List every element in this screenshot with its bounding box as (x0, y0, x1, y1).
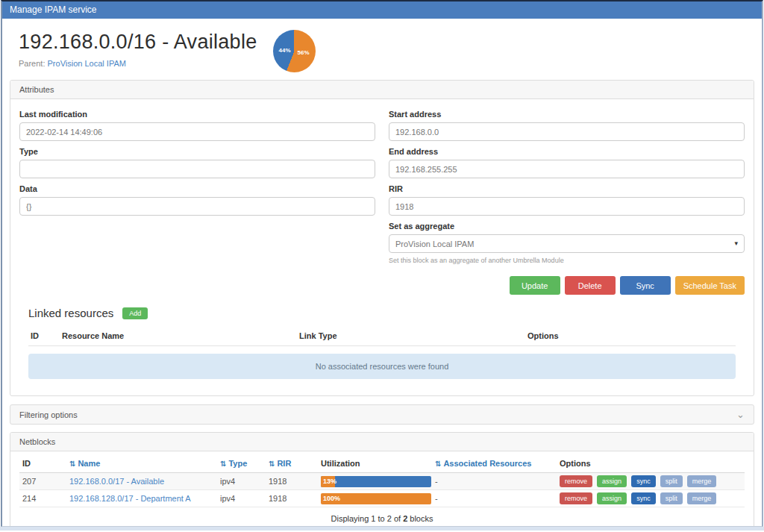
netblocks-table: ID ⇅Name ⇅Type ⇅RIR Utilization ⇅Associa… (19, 456, 745, 507)
utilization-pie-chart: 44% 56% (273, 30, 316, 72)
parent-label: Parent: (19, 59, 45, 68)
form-column-right: Start address End address RIR Set as agg… (389, 104, 745, 295)
add-resource-button[interactable]: Add (122, 307, 148, 319)
type-label: Type (19, 147, 375, 156)
title-block: 192.168.0.0/16 - Available Parent: ProVi… (19, 23, 257, 68)
attributes-actions: Update Delete Sync Schedule Task (389, 276, 745, 295)
netblock-row: 214 192.168.128.0/17 - Department A ipv4… (19, 490, 745, 507)
pie-slice-label-used: 56% (298, 49, 310, 56)
linked-resources-title-row: Linked resources Add (28, 307, 736, 319)
netblocks-header-associated[interactable]: ⇅Associated Resources (432, 456, 557, 473)
linked-header-id: ID (31, 331, 62, 340)
utilization-label: 13% (323, 478, 336, 485)
page-header: 192.168.0.0/16 - Available Parent: ProVi… (10, 19, 754, 80)
netblock-id: 207 (19, 473, 66, 490)
attributes-form: Last modification Type Data Start addres… (19, 104, 745, 295)
netblock-associated: - (432, 490, 557, 507)
parent-line: Parent: ProVision Local IPAM (19, 59, 257, 68)
set-as-aggregate-label: Set as aggregate (389, 222, 745, 231)
netblocks-panel-heading: Netblocks (10, 433, 754, 451)
filtering-options-title: Filtering options (19, 410, 78, 419)
netblock-options: remove assign sync split merge (557, 473, 745, 490)
page-title: 192.168.0.0/16 - Available (19, 31, 257, 54)
update-button[interactable]: Update (510, 276, 560, 295)
merge-button[interactable]: merge (687, 475, 717, 487)
netblocks-header-row: ID ⇅Name ⇅Type ⇅RIR Utilization ⇅Associa… (19, 456, 745, 473)
last-modification-label: Last modification (19, 110, 375, 119)
set-as-aggregate-value: ProVision Local IPAM (395, 240, 474, 248)
netblocks-header-options: Options (557, 456, 745, 473)
assign-button[interactable]: assign (597, 492, 627, 504)
sync-button[interactable]: Sync (620, 276, 671, 295)
app-window: Manage IPAM service 192.168.0.0/16 - Ava… (1, 0, 763, 527)
window-title: Manage IPAM service (10, 4, 97, 15)
linked-resources-section: Linked resources Add ID Resource Name Li… (19, 295, 745, 388)
netblocks-panel: Netblocks ID ⇅Name ⇅Type ⇅RIR Utilizatio… (10, 432, 754, 527)
netblock-options: remove assign sync split merge (557, 490, 745, 507)
netblock-type: ipv4 (217, 473, 266, 490)
netblocks-header-id: ID (19, 456, 66, 473)
rir-field[interactable] (389, 197, 745, 216)
sync-row-button[interactable]: sync (631, 492, 656, 504)
pagination-status: Displaying 1 to 2 of 2 blocks (19, 507, 745, 525)
filtering-options-panel[interactable]: Filtering options ⌄ (10, 404, 754, 425)
attributes-panel-body: Last modification Type Data Start addres… (10, 99, 754, 395)
linked-resources-table-header: ID Resource Name Link Type Options (28, 331, 736, 346)
utilization-label: 100% (323, 495, 340, 502)
split-button[interactable]: split (660, 492, 683, 504)
rir-label: RIR (389, 184, 745, 193)
netblock-link[interactable]: 192.168.128.0/17 - Department A (69, 494, 191, 503)
utilization-bar: 100% (321, 493, 431, 504)
netblocks-panel-body: ID ⇅Name ⇅Type ⇅RIR Utilization ⇅Associa… (10, 451, 754, 527)
utilization-bar: 13% (321, 476, 431, 487)
netblock-link[interactable]: 192.168.0.0/17 - Available (69, 477, 164, 486)
window-title-bar: Manage IPAM service (2, 1, 762, 19)
sort-icon: ⇅ (220, 460, 226, 468)
assign-button[interactable]: assign (597, 475, 627, 487)
netblocks-header-type[interactable]: ⇅Type (217, 456, 266, 473)
data-label: Data (19, 184, 375, 193)
type-field[interactable] (19, 160, 375, 178)
page-bottom-strip (0, 527, 764, 531)
select-caret-icon: ▾ (734, 240, 738, 247)
page-content: 192.168.0.0/16 - Available Parent: ProVi… (2, 19, 762, 527)
linked-resources-title: Linked resources (28, 307, 113, 319)
end-address-label: End address (389, 147, 745, 156)
schedule-task-button[interactable]: Schedule Task (675, 276, 745, 295)
set-as-aggregate-help: Set this block as an aggregate of anothe… (389, 257, 745, 264)
start-address-field[interactable] (389, 122, 745, 141)
sort-icon: ⇅ (69, 460, 75, 468)
netblock-row: 207 192.168.0.0/17 - Available ipv4 1918… (19, 473, 745, 490)
sync-row-button[interactable]: sync (631, 475, 656, 487)
remove-button[interactable]: remove (560, 475, 592, 487)
netblock-associated: - (432, 473, 557, 490)
linked-header-options: Options (527, 331, 733, 340)
netblocks-header-utilization: Utilization (318, 456, 432, 473)
attributes-panel-heading: Attributes (10, 81, 754, 99)
sort-icon: ⇅ (269, 460, 275, 468)
split-button[interactable]: split (660, 475, 683, 487)
sort-icon: ⇅ (435, 460, 441, 468)
no-resources-alert: No associated resources were found (28, 354, 736, 379)
chevron-down-icon: ⌄ (736, 410, 745, 419)
netblocks-header-rir[interactable]: ⇅RIR (266, 456, 318, 473)
set-as-aggregate-select[interactable]: ProVision Local IPAM ▾ (389, 234, 745, 253)
last-modification-field[interactable] (19, 122, 375, 141)
start-address-label: Start address (389, 110, 745, 119)
linked-header-link-type: Link Type (299, 331, 527, 340)
netblock-id: 214 (19, 490, 66, 507)
attributes-panel: Attributes Last modification Type Data (10, 80, 754, 396)
form-column-left: Last modification Type Data (19, 104, 375, 295)
netblocks-header-name[interactable]: ⇅Name (66, 456, 217, 473)
pie-slice-label-free: 44% (279, 47, 291, 54)
merge-button[interactable]: merge (687, 492, 717, 504)
data-field[interactable] (19, 197, 375, 216)
parent-link[interactable]: ProVision Local IPAM (48, 59, 126, 68)
delete-button[interactable]: Delete (565, 276, 616, 295)
netblock-rir: 1918 (266, 473, 318, 490)
end-address-field[interactable] (389, 160, 745, 178)
netblock-type: ipv4 (217, 490, 266, 507)
netblock-rir: 1918 (266, 490, 318, 507)
remove-button[interactable]: remove (560, 492, 592, 504)
linked-header-resource-name: Resource Name (62, 331, 299, 340)
